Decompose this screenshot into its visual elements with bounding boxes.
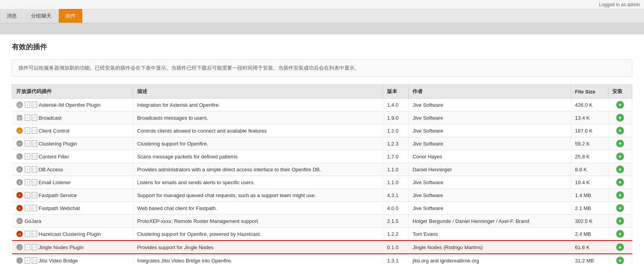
plugin-author: Jive Software	[409, 111, 571, 124]
plugin-author: Jive Software	[409, 124, 571, 137]
table-row: C i 📄 Content FilterScans message packet…	[12, 150, 632, 163]
plugin-name: Clustering Plugin	[39, 141, 77, 147]
tab-messages[interactable]: 消息	[0, 9, 24, 23]
table-row: G GoJaraProtoXEP-xxxx: Remote Roster Man…	[12, 215, 632, 228]
plugin-name-cell: D i 📄 DB Access	[12, 163, 133, 176]
info-icon[interactable]: i	[25, 231, 30, 237]
tab-group-chat[interactable]: 分组聊天	[24, 9, 58, 23]
plugin-filesize: 167.0 K	[571, 124, 608, 137]
svg-text:J: J	[18, 246, 20, 250]
doc-icon[interactable]: 📄	[32, 128, 37, 134]
doc-icon[interactable]: 📄	[32, 179, 37, 185]
plugin-name-cell: C i 📄 Clustering Plugin	[12, 137, 133, 150]
table-row: J i 📄 Jitsi Video BridgeIntegrates Jitsi…	[12, 254, 632, 264]
plugin-description: Web based chat client for Fastpath.	[133, 202, 383, 215]
plugin-name: Broadcast	[39, 115, 62, 121]
doc-icon[interactable]: 📄	[32, 257, 37, 264]
page-title: 有效的插件	[12, 42, 632, 52]
install-button[interactable]: +	[616, 101, 624, 109]
plugin-version: 1.2.3	[383, 137, 409, 150]
col-filesize: File Size	[571, 85, 608, 99]
svg-text:G: G	[18, 219, 21, 223]
plugin-author: Jive Software	[409, 189, 571, 202]
svg-text:F: F	[18, 194, 21, 198]
plugin-name: Email Listener	[39, 180, 71, 185]
plugin-name-cell: J i 📄 Jingle Nodes Plugin	[12, 241, 133, 254]
info-icon[interactable]: i	[25, 115, 30, 121]
plugin-author: Daniel Henninger	[409, 163, 571, 176]
doc-icon[interactable]: 📄	[32, 153, 37, 160]
plugin-description: Scans message packets for defined patter…	[133, 150, 383, 163]
doc-icon[interactable]: 📄	[32, 115, 37, 121]
plugin-install-cell: +	[608, 124, 632, 137]
doc-icon[interactable]: 📄	[32, 166, 37, 172]
install-button[interactable]: +	[616, 217, 624, 225]
info-icon[interactable]: i	[25, 102, 30, 108]
plugin-filesize: 1.4 MB	[571, 189, 608, 202]
install-button[interactable]: +	[616, 243, 624, 251]
plugin-name-cell: F i 📄 Fastpath Service	[12, 189, 133, 202]
plugin-version: 1.3.1	[383, 254, 409, 264]
plugin-description: Provides administrators with a simple di…	[133, 163, 383, 176]
info-icon[interactable]: i	[25, 192, 30, 198]
install-button[interactable]: +	[616, 204, 624, 212]
install-button[interactable]: +	[616, 178, 624, 186]
doc-icon[interactable]: 📄	[32, 231, 37, 237]
plugin-name-cell: J i 📄 Jitsi Video Bridge	[12, 254, 133, 264]
plugin-name: Asterisk-IM Openfire Plugin	[39, 102, 101, 108]
plugin-name: Jitsi Video Bridge	[39, 258, 78, 264]
doc-icon[interactable]: 📄	[32, 102, 37, 108]
plugin-version: 1.4.0	[383, 99, 409, 111]
doc-icon[interactable]: 📄	[32, 140, 37, 147]
doc-icon[interactable]: 📄	[32, 205, 37, 211]
table-row: A i 📄 Asterisk-IM Openfire PluginIntegra…	[12, 99, 632, 111]
info-icon[interactable]: i	[25, 205, 30, 211]
description-box: 插件可以给服务器增加新的功能。已经安装的插件会在下表中显示。当插件已经下载后可能…	[12, 59, 632, 77]
main-content: 有效的插件 插件可以给服务器增加新的功能。已经安装的插件会在下表中显示。当插件已…	[0, 34, 644, 264]
plugin-description: Provides support for Jingle Nodes	[133, 241, 383, 254]
plugin-name-cell: G GoJara	[12, 215, 133, 228]
plugin-name: Hazelcast Clustering Plugin	[39, 231, 101, 237]
plugin-install-cell: +	[608, 111, 632, 124]
plugin-filesize: 13.4 K	[571, 111, 608, 124]
plugin-version: 1.9.0	[383, 111, 409, 124]
doc-icon[interactable]: 📄	[32, 192, 37, 198]
info-icon[interactable]: i	[25, 166, 30, 172]
col-desc: 描述	[133, 85, 383, 99]
table-row: C i 📄 Client ControlControls clients all…	[12, 124, 632, 137]
info-icon[interactable]: i	[25, 244, 30, 250]
tab-plugins[interactable]: 插件	[59, 9, 82, 23]
plugin-description: Integration for Asterisk and Openfire.	[133, 99, 383, 111]
plugin-install-cell: +	[608, 202, 632, 215]
plugin-description: Integrates Jitsi Video Bridge into Openf…	[133, 254, 383, 264]
table-header-row: 开放源代码插件 描述 版本 作者 File Size 安装	[12, 85, 632, 99]
install-button[interactable]: +	[616, 114, 624, 122]
plugin-install-cell: +	[608, 99, 632, 111]
plugin-version: 4.3.1	[383, 189, 409, 202]
plugin-description: Controls clients allowed to connect and …	[133, 124, 383, 137]
table-row: E i 📄 Email ListenerListens for emails a…	[12, 176, 632, 189]
plugin-filesize: 31.2 MB	[571, 254, 608, 264]
info-icon[interactable]: i	[25, 140, 30, 147]
plugin-description: Clustering support for Openfire.	[133, 137, 383, 150]
info-icon[interactable]: i	[25, 257, 30, 264]
info-icon[interactable]: i	[25, 153, 30, 160]
info-icon[interactable]: i	[25, 128, 30, 134]
plugin-filesize: 61.6 K	[571, 241, 608, 254]
plugin-name: Content Filter	[39, 154, 69, 160]
gray-bar	[0, 23, 644, 34]
install-button[interactable]: +	[616, 165, 624, 173]
install-button[interactable]: +	[616, 191, 624, 199]
install-button[interactable]: +	[616, 230, 624, 238]
plugin-install-cell: +	[608, 241, 632, 254]
install-button[interactable]: +	[616, 127, 624, 135]
table-row: F i 📄 Fastpath WebchatWeb based chat cli…	[12, 202, 632, 215]
install-button[interactable]: +	[616, 140, 624, 147]
doc-icon[interactable]: 📄	[32, 244, 37, 250]
install-button[interactable]: +	[616, 257, 624, 264]
plugin-version: 1.7.0	[383, 150, 409, 163]
svg-text:F: F	[18, 207, 21, 210]
install-button[interactable]: +	[616, 153, 624, 160]
info-icon[interactable]: i	[25, 179, 30, 185]
plugin-install-cell: +	[608, 150, 632, 163]
